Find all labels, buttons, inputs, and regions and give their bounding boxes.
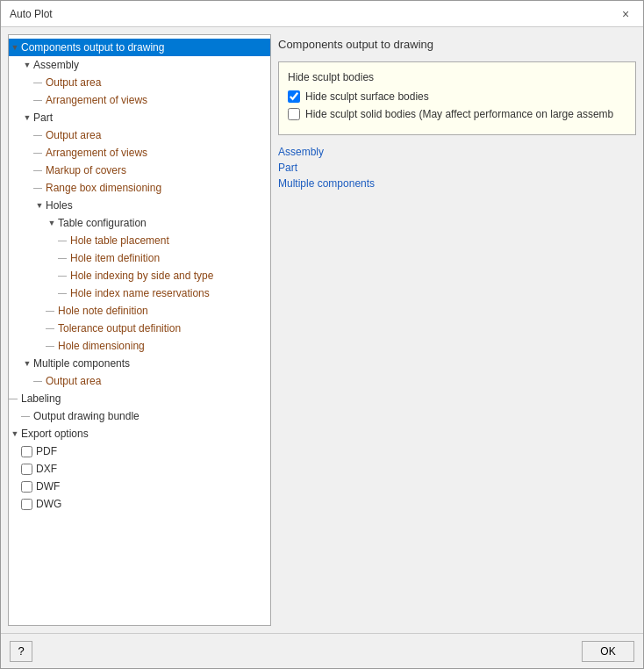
leaf-connector — [58, 241, 70, 241]
tree-item-tolerance-output[interactable]: Tolerance output definition — [9, 320, 270, 337]
tree-label-dwg: DWG — [36, 498, 61, 510]
leaf-connector — [21, 416, 33, 417]
close-button[interactable]: × — [617, 5, 634, 23]
tree-label-arrangement-of-views-1: Arrangement of views — [46, 94, 147, 106]
tree-label-components-output: Components output to drawing — [21, 41, 164, 54]
group-title: Hide sculpt bodies — [288, 71, 626, 83]
tree-item-hole-note-def[interactable]: Hole note definition — [9, 302, 270, 320]
hide-sculpt-solid-checkbox[interactable] — [288, 108, 300, 120]
expander-icon-assembly: ▼ — [21, 59, 33, 71]
tree-label-dwf: DWF — [36, 480, 60, 493]
tree-label-range-box: Range box dimensioning — [46, 182, 161, 194]
tree-label-pdf: PDF — [36, 445, 57, 457]
tree-item-labeling[interactable]: Labeling — [9, 390, 270, 407]
footer: ? OK — [1, 633, 643, 668]
tree-item-output-drawing-bundle[interactable]: Output drawing bundle — [9, 407, 270, 425]
hide-sculpt-surface-checkbox[interactable] — [288, 90, 300, 103]
tree-label-labeling: Labeling — [21, 392, 61, 405]
leaf-connector — [58, 258, 70, 259]
tree-item-hole-dimensioning[interactable]: Hole dimensioning — [9, 337, 270, 355]
tree-label-output-drawing-bundle: Output drawing bundle — [33, 410, 140, 422]
expander-icon-export-options: ▼ — [9, 428, 21, 440]
tree-label-tolerance-output: Tolerance output definition — [58, 322, 181, 334]
tree-item-output-area-3[interactable]: Output area — [9, 372, 270, 390]
tree-item-arrangement-of-views-2[interactable]: Arrangement of views — [9, 144, 270, 162]
leaf-connector — [33, 188, 46, 189]
tree-item-pdf[interactable]: PDF — [9, 442, 270, 460]
expander-icon-part: ▼ — [21, 112, 33, 124]
checkbox-row-2: Hide sculpt solid bodies (May affect per… — [288, 108, 626, 120]
leaf-connector — [33, 100, 46, 101]
tree-label-export-options: Export options — [21, 428, 89, 440]
leaf-connector — [33, 83, 46, 83]
tree-label-table-config: Table configuration — [58, 217, 147, 229]
tree-label-multiple-components: Multiple components — [33, 357, 130, 370]
tree-label-part: Part — [33, 112, 53, 124]
tree-checkbox-pdf[interactable] — [21, 446, 32, 457]
expander-icon-table-config: ▼ — [46, 217, 58, 229]
main-content: ▼Components output to drawing▼AssemblyOu… — [1, 27, 643, 633]
tree-label-hole-table-placement: Hole table placement — [70, 234, 169, 247]
multiple-components-link[interactable]: Multiple components — [278, 177, 636, 190]
tree-label-assembly: Assembly — [33, 59, 79, 71]
tree-label-hole-item-def: Hole item definition — [70, 252, 160, 264]
tree-item-table-config[interactable]: ▼Table configuration — [9, 214, 270, 232]
tree-label-output-area-2: Output area — [46, 129, 101, 141]
tree-item-assembly[interactable]: ▼Assembly — [9, 56, 270, 74]
hide-sculpt-surface-label: Hide sculpt surface bodies — [305, 90, 429, 103]
expander-icon-components-output: ▼ — [9, 41, 21, 54]
tree-item-output-area-1[interactable]: Output area — [9, 74, 270, 91]
help-button[interactable]: ? — [10, 641, 32, 662]
links-panel: Assembly Part Multiple components — [278, 142, 636, 193]
tree-label-hole-note-def: Hole note definition — [58, 305, 148, 317]
tree-item-markup-of-covers[interactable]: Markup of covers — [9, 162, 270, 179]
leaf-connector — [58, 276, 70, 277]
leaf-connector — [33, 381, 46, 382]
tree-item-output-area-2[interactable]: Output area — [9, 126, 270, 144]
checkbox-row-1: Hide sculpt surface bodies — [288, 90, 626, 103]
leaf-connector — [33, 135, 46, 136]
assembly-link[interactable]: Assembly — [278, 146, 636, 158]
hide-sculpt-bodies-box: Hide sculpt bodies Hide sculpt surface b… — [278, 61, 636, 135]
tree-item-dwg[interactable]: DWG — [9, 495, 270, 513]
title-bar: Auto Plot × — [1, 1, 643, 27]
right-panel: Components output to drawing Hide sculpt… — [278, 34, 636, 626]
tree-item-multiple-components[interactable]: ▼Multiple components — [9, 355, 270, 372]
tree-checkbox-dwf[interactable] — [21, 481, 32, 493]
leaf-connector — [33, 170, 46, 171]
leaf-connector — [58, 293, 70, 294]
leaf-connector — [9, 399, 21, 399]
dialog-title: Auto Plot — [10, 8, 53, 20]
tree-item-hole-indexing[interactable]: Hole indexing by side and type — [9, 267, 270, 284]
hide-sculpt-solid-label: Hide sculpt solid bodies (May affect per… — [305, 108, 613, 120]
tree-checkbox-dxf[interactable] — [21, 464, 32, 475]
expander-icon-holes: ▼ — [33, 199, 46, 212]
tree-label-markup-of-covers: Markup of covers — [46, 164, 126, 176]
leaf-connector — [33, 153, 46, 154]
expander-icon-multiple-components: ▼ — [21, 357, 33, 370]
tree-checkbox-dwg[interactable] — [21, 499, 32, 510]
tree-item-components-output[interactable]: ▼Components output to drawing — [9, 39, 270, 56]
tree-item-export-options[interactable]: ▼Export options — [9, 425, 270, 442]
leaf-connector — [46, 311, 58, 312]
tree-item-dwf[interactable]: DWF — [9, 478, 270, 495]
tree-label-arrangement-of-views-2: Arrangement of views — [46, 147, 147, 159]
tree-item-hole-item-def[interactable]: Hole item definition — [9, 249, 270, 267]
tree-label-hole-index-name: Hole index name reservations — [70, 287, 210, 299]
tree-label-output-area-1: Output area — [46, 76, 101, 89]
tree-label-output-area-3: Output area — [46, 375, 101, 387]
ok-button[interactable]: OK — [582, 641, 634, 662]
leaf-connector — [46, 328, 58, 329]
tree-label-hole-dimensioning: Hole dimensioning — [58, 340, 145, 352]
leaf-connector — [46, 346, 58, 347]
tree-label-hole-indexing: Hole indexing by side and type — [70, 270, 213, 282]
tree-item-arrangement-of-views-1[interactable]: Arrangement of views — [9, 91, 270, 109]
tree-item-dxf[interactable]: DXF — [9, 460, 270, 478]
tree-item-range-box[interactable]: Range box dimensioning — [9, 179, 270, 197]
part-link[interactable]: Part — [278, 162, 636, 174]
tree-item-holes[interactable]: ▼Holes — [9, 197, 270, 214]
tree-item-hole-table-placement[interactable]: Hole table placement — [9, 232, 270, 249]
tree-item-part[interactable]: ▼Part — [9, 109, 270, 126]
tree-item-hole-index-name[interactable]: Hole index name reservations — [9, 284, 270, 302]
tree-panel: ▼Components output to drawing▼AssemblyOu… — [8, 34, 271, 626]
